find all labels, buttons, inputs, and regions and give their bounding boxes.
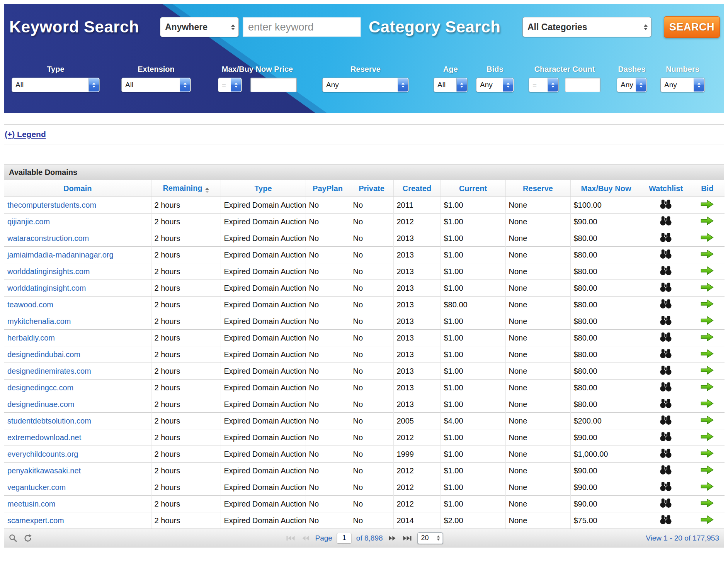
search-button[interactable]: SEARCH [664, 16, 720, 38]
domain-link[interactable]: everychildcounts.org [7, 450, 78, 458]
keyword-scope-select[interactable]: Anywhere [160, 17, 239, 37]
bid-arrow-icon[interactable] [701, 448, 714, 458]
col-header-domain[interactable]: Domain [4, 180, 151, 197]
domain-link[interactable]: meetusin.com [7, 500, 56, 508]
character-count-operator-select[interactable]: = [529, 78, 559, 92]
extension-select[interactable]: All [121, 78, 191, 92]
domain-link[interactable]: designedinemirates.com [7, 367, 91, 375]
bid-arrow-icon[interactable] [701, 349, 714, 359]
bid-arrow-icon[interactable] [701, 249, 714, 259]
domain-link[interactable]: qijianjie.com [7, 217, 50, 226]
col-header-watchlist[interactable]: Watchlist [642, 180, 690, 197]
binoculars-icon[interactable] [659, 298, 672, 309]
refresh-icon[interactable] [24, 534, 32, 542]
bid-cell [690, 214, 725, 230]
binoculars-icon[interactable] [659, 398, 672, 408]
binoculars-icon[interactable] [659, 448, 672, 458]
binoculars-icon[interactable] [659, 282, 672, 292]
domain-link[interactable]: vegantucker.com [7, 483, 66, 491]
domain-link[interactable]: worlddatinginsight.com [7, 284, 86, 292]
binoculars-icon[interactable] [659, 315, 672, 325]
col-header-remaining[interactable]: Remaining [151, 180, 221, 197]
binoculars-icon[interactable] [659, 332, 672, 342]
col-header-type[interactable]: Type [221, 180, 306, 197]
bid-arrow-icon[interactable] [701, 266, 714, 276]
remaining-cell: 2 hours [151, 363, 221, 380]
domain-link[interactable]: worlddatinginsights.com [7, 267, 90, 276]
keyword-input[interactable] [243, 17, 361, 37]
bid-arrow-icon[interactable] [701, 481, 714, 491]
legend-toggle-link[interactable]: (+) Legend [5, 130, 46, 139]
binoculars-icon[interactable] [659, 415, 672, 425]
domain-link[interactable]: designedingcc.com [7, 383, 73, 392]
bid-arrow-icon[interactable] [701, 382, 714, 392]
binoculars-icon[interactable] [659, 514, 672, 525]
age-select[interactable]: All [434, 78, 468, 92]
binoculars-icon[interactable] [659, 481, 672, 491]
binoculars-icon[interactable] [659, 265, 672, 276]
extension-label: Extension [138, 65, 175, 74]
bid-arrow-icon[interactable] [701, 465, 714, 475]
col-header-private[interactable]: Private [350, 180, 393, 197]
col-header-payplan[interactable]: PayPlan [306, 180, 350, 197]
domain-link[interactable]: jamiaimdadia-madaninagar.org [7, 251, 114, 259]
bid-arrow-icon[interactable] [701, 398, 714, 408]
bid-arrow-icon[interactable] [701, 282, 714, 292]
bids-select[interactable]: Any [476, 78, 514, 92]
max-buy-now-price-input[interactable] [250, 78, 297, 92]
binoculars-icon[interactable] [659, 232, 672, 242]
bid-arrow-icon[interactable] [701, 415, 714, 425]
chevron-updown-icon [503, 78, 513, 92]
binoculars-icon[interactable] [659, 464, 672, 475]
domain-link[interactable]: penyakitkawasaki.net [7, 466, 81, 475]
bid-arrow-icon[interactable] [701, 199, 714, 209]
col-header-reserve[interactable]: Reserve [505, 180, 570, 197]
domain-link[interactable]: scamexpert.com [7, 516, 64, 525]
bid-arrow-icon[interactable] [701, 365, 714, 375]
domain-link[interactable]: teawood.com [7, 300, 53, 309]
binoculars-icon[interactable] [659, 381, 672, 392]
domain-link[interactable]: herbaldiy.com [7, 334, 55, 342]
per-page-select[interactable]: 20 [418, 532, 443, 544]
prev-page-button[interactable] [301, 534, 310, 542]
col-header-max-buy-now[interactable]: Max/Buy Now [570, 180, 642, 197]
bid-arrow-icon[interactable] [701, 332, 714, 342]
bid-arrow-icon[interactable] [701, 515, 714, 525]
max-buy-now-price-operator-select[interactable]: = [218, 78, 242, 92]
binoculars-icon[interactable] [659, 348, 672, 359]
first-page-button[interactable] [285, 534, 296, 542]
domain-link[interactable]: thecomputerstudents.com [7, 201, 96, 209]
dashes-select[interactable]: Any [617, 78, 647, 92]
magnifier-icon[interactable] [9, 534, 17, 542]
bid-arrow-icon[interactable] [701, 315, 714, 325]
binoculars-icon[interactable] [659, 498, 672, 508]
binoculars-icon[interactable] [659, 365, 672, 375]
domain-link[interactable]: designedinuae.com [7, 400, 74, 408]
numbers-select[interactable]: Any [660, 78, 705, 92]
bid-arrow-icon[interactable] [701, 299, 714, 309]
col-header-current[interactable]: Current [441, 180, 505, 197]
bid-arrow-icon[interactable] [701, 498, 714, 508]
domain-link[interactable]: mykitchenalia.com [7, 317, 71, 325]
reserve-select[interactable]: Any [322, 78, 409, 92]
page-number-input[interactable] [337, 533, 352, 544]
category-select[interactable]: All Categories [522, 17, 651, 37]
domain-link[interactable]: wataraconstruction.com [7, 234, 89, 242]
bid-arrow-icon[interactable] [701, 216, 714, 226]
domain-link[interactable]: extremedownload.net [7, 433, 81, 442]
col-header-created[interactable]: Created [393, 180, 441, 197]
binoculars-icon[interactable] [659, 215, 672, 226]
domain-link[interactable]: studentdebtsolution.com [7, 417, 91, 425]
next-page-button[interactable] [388, 534, 397, 542]
bids-label: Bids [486, 65, 503, 74]
bid-arrow-icon[interactable] [701, 432, 714, 442]
type-select[interactable]: All [12, 78, 100, 92]
domain-link[interactable]: designedindubai.com [7, 350, 80, 359]
binoculars-icon[interactable] [659, 199, 672, 209]
character-count-input[interactable] [565, 78, 600, 92]
binoculars-icon[interactable] [659, 431, 672, 442]
binoculars-icon[interactable] [659, 249, 672, 259]
last-page-button[interactable] [402, 534, 413, 542]
bid-arrow-icon[interactable] [701, 232, 714, 242]
col-header-bid[interactable]: Bid [690, 180, 725, 197]
